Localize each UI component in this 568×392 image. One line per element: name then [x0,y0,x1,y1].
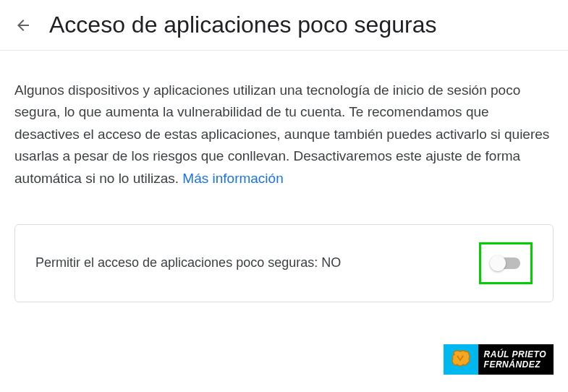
page-header: Acceso de aplicaciones poco seguras [0,0,568,51]
page-title: Acceso de aplicaciones poco seguras [49,12,436,38]
less-secure-access-toggle[interactable] [491,257,520,269]
back-button[interactable] [14,17,32,34]
setting-label: Permitir el acceso de aplicaciones poco … [35,255,341,270]
watermark-text: RAÚL PRIETO FERNÁNDEZ [478,344,554,375]
arrow-left-icon [14,17,32,34]
watermark-badge: RAÚL PRIETO FERNÁNDEZ [444,344,554,375]
description-text: Algunos dispositivos y aplicaciones util… [14,80,554,189]
more-info-link[interactable]: Más información [182,171,283,186]
toggle-highlight-box [479,242,533,284]
setting-row: Permitir el acceso de aplicaciones poco … [14,224,554,302]
content-area: Algunos dispositivos y aplicaciones util… [0,51,568,317]
brain-icon [444,344,478,375]
toggle-knob [490,255,506,271]
watermark-line2: FERNÁNDEZ [484,359,546,370]
watermark-line1: RAÚL PRIETO [484,349,546,359]
